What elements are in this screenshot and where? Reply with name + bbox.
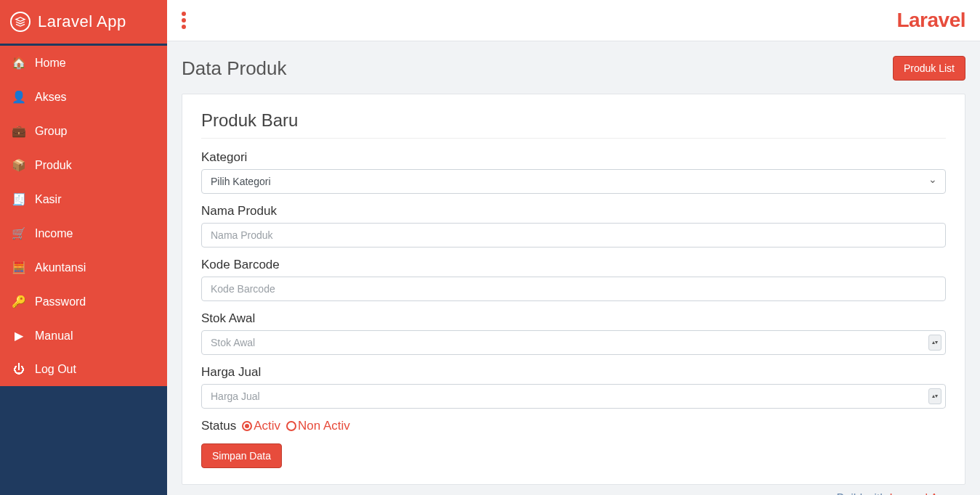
- cart-icon: 🛒: [12, 226, 26, 240]
- kode-barcode-input[interactable]: [201, 277, 946, 301]
- sidebar-item-label: Kasir: [35, 193, 61, 206]
- sidebar-brand[interactable]: Laravel App: [0, 0, 167, 46]
- sidebar-item-akses[interactable]: 👤Akses: [0, 80, 167, 114]
- sidebar-item-manual[interactable]: ▶Manual: [0, 319, 167, 353]
- topbar: Laravel: [167, 0, 980, 41]
- sidebar-item-label: Income: [35, 227, 73, 240]
- harga-jual-label: Harga Jual: [201, 365, 946, 380]
- sidebar-item-label: Password: [35, 295, 86, 308]
- status-active-text: Activ: [254, 419, 280, 433]
- card-title: Produk Baru: [201, 110, 946, 139]
- home-icon: 🏠: [12, 56, 26, 70]
- sidebar-item-label: Produk: [35, 159, 72, 172]
- kode-barcode-label: Kode Barcode: [201, 258, 946, 272]
- topbar-brand: Laravel: [896, 9, 965, 32]
- sidebar-item-produk[interactable]: 📦Produk: [0, 148, 167, 182]
- sidebar-item-home[interactable]: 🏠Home: [0, 46, 167, 80]
- stok-awal-spinner[interactable]: ▴▾: [928, 335, 941, 351]
- box-open-icon: 📦: [12, 158, 26, 172]
- radio-icon: [242, 421, 252, 431]
- nama-produk-label: Nama Produk: [201, 204, 946, 218]
- kategori-select[interactable]: Pilih Kategori: [201, 169, 946, 194]
- sidebar-item-label: Home: [35, 57, 66, 70]
- page-title: Data Produk: [182, 57, 287, 80]
- simpan-data-button[interactable]: Simpan Data: [201, 443, 282, 468]
- sidebar-item-label: Manual: [35, 330, 73, 343]
- laravel-logo-icon: [10, 12, 31, 32]
- sidebar-item-kasir[interactable]: 🧾Kasir: [0, 182, 167, 216]
- key-icon: 🔑: [12, 295, 26, 308]
- footer-accent: Laravel App: [889, 492, 951, 495]
- nama-produk-input[interactable]: [201, 223, 946, 248]
- kategori-label: Kategori: [201, 150, 946, 165]
- produk-list-button[interactable]: Produk List: [893, 56, 965, 81]
- power-icon: ⏻: [12, 363, 26, 376]
- form-card: Produk Baru Kategori Pilih Kategori Nama…: [182, 94, 965, 485]
- page-header: Data Produk Produk List: [182, 56, 965, 81]
- footer: Build with Laravel App: [182, 485, 965, 495]
- sidebar-item-akuntansi[interactable]: 🧮Akuntansi: [0, 250, 167, 285]
- sidebar-filler: [0, 386, 167, 495]
- status-nonactive-text: Non Activ: [298, 419, 350, 433]
- sidebar-item-label: Group: [35, 125, 67, 138]
- cash-register-icon: 🧾: [12, 192, 26, 206]
- radio-icon: [286, 421, 296, 431]
- user-icon: 👤: [12, 90, 26, 104]
- harga-jual-spinner[interactable]: ▴▾: [928, 388, 941, 404]
- stok-awal-label: Stok Awal: [201, 311, 946, 326]
- menu-toggle-icon[interactable]: [182, 12, 186, 29]
- status-label: Status: [201, 419, 236, 433]
- play-icon: ▶: [12, 329, 26, 343]
- status-radio-active[interactable]: Activ: [242, 419, 280, 433]
- sidebar-item-income[interactable]: 🛒Income: [0, 216, 167, 250]
- footer-prefix: Build with: [837, 492, 890, 495]
- sidebar-item-group[interactable]: 💼Group: [0, 114, 167, 148]
- harga-jual-input[interactable]: [201, 384, 946, 409]
- sidebar-brand-title: Laravel App: [38, 12, 126, 31]
- sidebar-nav: 🏠Home👤Akses💼Group📦Produk🧾Kasir🛒Income🧮Ak…: [0, 46, 167, 386]
- sidebar-item-label: Akses: [35, 91, 67, 104]
- sidebar: Laravel App 🏠Home👤Akses💼Group📦Produk🧾Kas…: [0, 0, 167, 495]
- status-row: Status Activ Non Activ: [201, 419, 946, 433]
- sidebar-item-password[interactable]: 🔑Password: [0, 285, 167, 319]
- sidebar-item-label: Akuntansi: [35, 261, 86, 274]
- sidebar-item-label: Log Out: [35, 363, 76, 376]
- briefcase-icon: 💼: [12, 124, 26, 138]
- sidebar-item-log-out[interactable]: ⏻Log Out: [0, 353, 167, 386]
- stok-awal-input[interactable]: [201, 330, 946, 355]
- status-radio-nonactive[interactable]: Non Activ: [286, 419, 350, 433]
- calculator-icon: 🧮: [12, 261, 26, 274]
